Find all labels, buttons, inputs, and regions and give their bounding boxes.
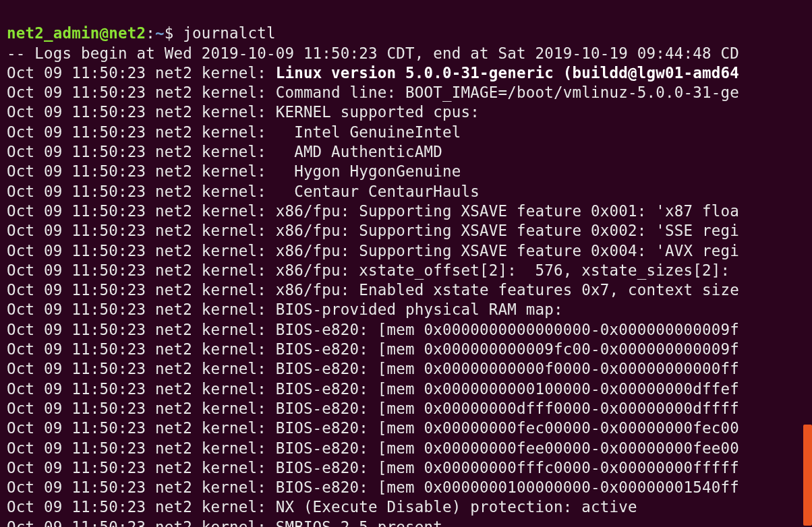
log-line: Oct 09 11:50:23 net2 kernel: BIOS-e820: … bbox=[7, 439, 739, 457]
log-line: Oct 09 11:50:23 net2 kernel: BIOS-e820: … bbox=[7, 400, 739, 417]
command-text: journalctl bbox=[183, 24, 275, 42]
prompt-user-host: net2_admin@net2 bbox=[7, 24, 146, 42]
log-line: Oct 09 11:50:23 net2 kernel: Hygon Hygon… bbox=[7, 162, 461, 180]
log-line: Oct 09 11:50:23 net2 kernel: BIOS-e820: … bbox=[7, 459, 739, 476]
log-line: Oct 09 11:50:23 net2 kernel: BIOS-e820: … bbox=[7, 360, 739, 377]
log-line: Oct 09 11:50:23 net2 kernel: x86/fpu: Su… bbox=[7, 202, 739, 220]
log-line: Oct 09 11:50:23 net2 kernel: Linux versi… bbox=[7, 64, 739, 82]
log-line: Oct 09 11:50:23 net2 kernel: Command lin… bbox=[7, 84, 739, 101]
log-line: Oct 09 11:50:23 net2 kernel: BIOS-e820: … bbox=[7, 380, 739, 398]
log-header: -- Logs begin at Wed 2019-10-09 11:50:23… bbox=[7, 44, 739, 62]
prompt-path: ~ bbox=[155, 24, 165, 42]
log-line: Oct 09 11:50:23 net2 kernel: x86/fpu: En… bbox=[7, 281, 739, 299]
log-line: Oct 09 11:50:23 net2 kernel: AMD Authent… bbox=[7, 143, 442, 160]
log-line: Oct 09 11:50:23 net2 kernel: x86/fpu: Su… bbox=[7, 242, 739, 259]
log-line: Oct 09 11:50:23 net2 kernel: KERNEL supp… bbox=[7, 103, 480, 121]
log-line: Oct 09 11:50:23 net2 kernel: BIOS-e820: … bbox=[7, 321, 739, 338]
log-bold-segment: Linux version 5.0.0-31-generic (buildd@l… bbox=[276, 64, 739, 82]
log-line: Oct 09 11:50:23 net2 kernel: BIOS-e820: … bbox=[7, 340, 739, 358]
log-line: Oct 09 11:50:23 net2 kernel: x86/fpu: Su… bbox=[7, 222, 739, 239]
log-line: Oct 09 11:50:23 net2 kernel: x86/fpu: xs… bbox=[7, 261, 730, 279]
log-line: Oct 09 11:50:23 net2 kernel: BIOS-provid… bbox=[7, 301, 563, 318]
log-line: Oct 09 11:50:23 net2 kernel: BIOS-e820: … bbox=[7, 478, 739, 496]
log-line: Oct 09 11:50:23 net2 kernel: BIOS-e820: … bbox=[7, 419, 739, 437]
vertical-scrollbar[interactable] bbox=[803, 425, 812, 526]
log-line: Oct 09 11:50:23 net2 kernel: Intel Genui… bbox=[7, 123, 461, 141]
log-line: Oct 09 11:50:23 net2 kernel: Centaur Cen… bbox=[7, 183, 480, 200]
log-line: Oct 09 11:50:23 net2 kernel: SMBIOS 2.5 … bbox=[7, 518, 452, 527]
terminal-output[interactable]: net2_admin@net2:~$ journalctl -- Logs be… bbox=[0, 0, 812, 527]
prompt-colon: : bbox=[146, 24, 155, 42]
prompt-dollar: $ bbox=[165, 24, 183, 42]
log-line: Oct 09 11:50:23 net2 kernel: NX (Execute… bbox=[7, 498, 637, 516]
